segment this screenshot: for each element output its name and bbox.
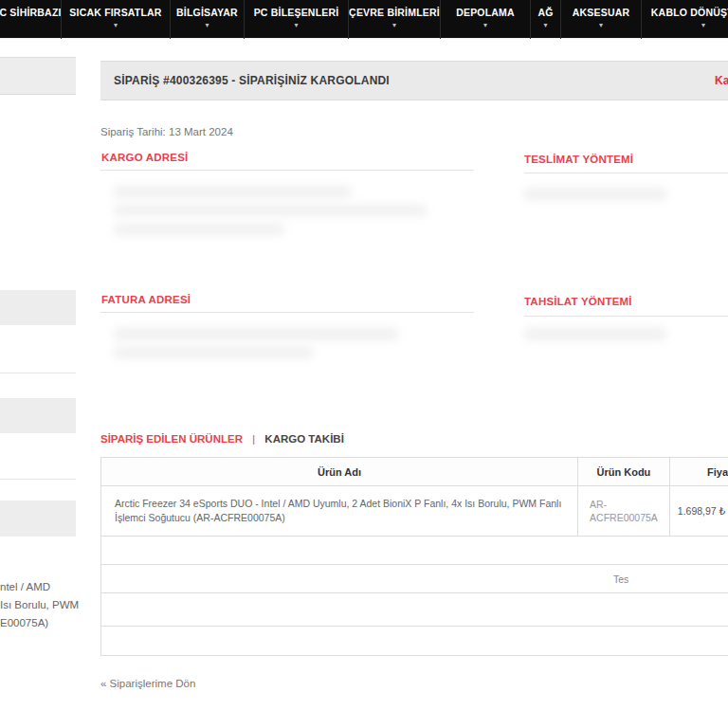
table-header-row: Ürün Adı Ürün Kodu Fiyat bbox=[101, 458, 728, 486]
shipping-address-heading: KARGO ADRESİ bbox=[101, 152, 188, 163]
table-row bbox=[101, 627, 728, 656]
chevron-down-icon: ▾ bbox=[483, 21, 487, 29]
redacted-text-blur bbox=[114, 224, 284, 235]
nav-item-label: ÇEVRE BİRİMLERİ bbox=[349, 7, 440, 18]
nav-item-label: SICAK FIRSATLAR bbox=[69, 7, 161, 18]
redacted-text-blur bbox=[114, 347, 313, 358]
tab-ordered-products[interactable]: SİPARİŞ EDİLEN ÜRÜNLER bbox=[100, 433, 243, 445]
nav-item-label: BİLGİSAYAR bbox=[176, 7, 238, 18]
chevron-down-icon: ▾ bbox=[599, 21, 603, 29]
sidebar-divider bbox=[0, 373, 76, 373]
product-code-cell: AR-ACFRE00075A bbox=[578, 486, 670, 537]
chevron-down-icon: ▾ bbox=[701, 21, 705, 29]
order-header-band: SİPARİŞ #400326395 - SİPARİŞİNİZ KARGOLA… bbox=[100, 61, 728, 100]
nav-item-label: PC BİLEŞENLERİ bbox=[254, 7, 339, 18]
sidebar-product-line: ntel / AMD bbox=[0, 578, 91, 596]
column-header-product-code: Ürün Kodu bbox=[578, 458, 670, 486]
sidebar-block bbox=[0, 500, 76, 537]
chevron-down-icon: ▾ bbox=[392, 21, 396, 29]
sidebar-block bbox=[0, 290, 76, 325]
chevron-down-icon: ▾ bbox=[294, 21, 298, 29]
sidebar-product-line: Isı Borulu, PWM bbox=[0, 596, 91, 614]
product-price-cell: 1.698,97 ₺ bbox=[669, 486, 728, 537]
nav-item-cevre-birimleri[interactable]: ÇEVRE BİRİMLERİ ▾ bbox=[349, 0, 441, 39]
nav-item-label: AKSESUAR bbox=[573, 7, 630, 18]
nav-item-bilgisayar[interactable]: BİLGİSAYAR ▾ bbox=[171, 0, 245, 39]
order-detail-page: C SİHİRBAZI SICAK FIRSATLAR ▾ BİLGİSAYAR… bbox=[0, 0, 728, 728]
chevron-down-icon: ▾ bbox=[205, 21, 209, 29]
empty-cell bbox=[101, 627, 728, 656]
totals-cell: Tes bbox=[101, 565, 728, 593]
delivery-method-heading: TESLİMAT YÖNTEMİ bbox=[524, 154, 633, 165]
table-row bbox=[101, 593, 728, 627]
nav-item-kablo-donusturucu[interactable]: KABLO DÖNÜŞTÜRÜ ▾ bbox=[642, 0, 728, 39]
redacted-text-blur bbox=[114, 186, 351, 198]
order-title: SİPARİŞ #400326395 - SİPARİŞİNİZ KARGOLA… bbox=[114, 74, 390, 87]
section-rule bbox=[524, 173, 728, 173]
nav-item-label: C SİHİRBAZI bbox=[0, 7, 62, 18]
empty-cell bbox=[101, 593, 728, 627]
sidebar-product-line: E00075A) bbox=[0, 614, 91, 632]
section-rule bbox=[100, 170, 474, 171]
empty-cell bbox=[101, 537, 728, 565]
nav-item-pc-bilesenleri[interactable]: PC BİLEŞENLERİ ▾ bbox=[245, 0, 349, 39]
chevron-down-icon: ▾ bbox=[114, 21, 118, 29]
nav-item-pc-sihirbazi[interactable]: C SİHİRBAZI bbox=[0, 0, 62, 39]
sidebar-box-header bbox=[0, 57, 76, 95]
nav-item-sicak-firsatlar[interactable]: SICAK FIRSATLAR ▾ bbox=[62, 0, 171, 39]
sidebar-product-link-partial[interactable]: ntel / AMD Isı Borulu, PWM E00075A) bbox=[0, 578, 91, 632]
column-header-price: Fiyat bbox=[669, 458, 728, 486]
redacted-text-blur bbox=[114, 328, 398, 340]
ordered-products-table: Ürün Adı Ürün Kodu Fiyat Arctic Freezer … bbox=[100, 457, 728, 656]
tab-cargo-tracking[interactable]: KARGO TAKİBİ bbox=[264, 433, 343, 445]
payment-method-heading: TAHSİLAT YÖNTEMİ bbox=[524, 296, 632, 307]
table-row bbox=[101, 537, 728, 565]
nav-item-label: KABLO DÖNÜŞTÜRÜ bbox=[651, 7, 728, 18]
order-date: Sipariş Tarihi: 13 Mart 2024 bbox=[100, 126, 233, 137]
section-rule bbox=[524, 316, 728, 317]
sidebar-divider bbox=[0, 479, 76, 480]
table-totals-row: Tes bbox=[101, 565, 728, 593]
redacted-text-blur bbox=[114, 205, 427, 216]
billing-address-heading: FATURA ADRESİ bbox=[101, 294, 191, 305]
main-nav: C SİHİRBAZI SICAK FIRSATLAR ▾ BİLGİSAYAR… bbox=[0, 0, 728, 39]
nav-item-ag[interactable]: AĞ ▾ bbox=[531, 0, 561, 39]
nav-item-label: DEPOLAMA bbox=[456, 7, 515, 18]
redacted-text-blur bbox=[524, 328, 666, 340]
column-header-product-name: Ürün Adı bbox=[101, 458, 578, 486]
totals-label-partial: Tes bbox=[613, 573, 728, 585]
table-row: Arctic Freezer 34 eSports DUO - Intel / … bbox=[101, 486, 728, 537]
order-tabs: SİPARİŞ EDİLEN ÜRÜNLER | KARGO TAKİBİ bbox=[100, 433, 344, 445]
nav-item-aksesuar[interactable]: AKSESUAR ▾ bbox=[561, 0, 642, 39]
cargo-tracking-link[interactable]: Ka bbox=[715, 74, 728, 87]
section-rule bbox=[100, 312, 474, 313]
back-to-orders-link[interactable]: « Siparişlerime Dön bbox=[100, 678, 195, 689]
nav-item-label: AĞ bbox=[537, 7, 553, 18]
product-name-cell: Arctic Freezer 34 eSports DUO - Intel / … bbox=[101, 486, 578, 537]
tab-separator: | bbox=[252, 433, 255, 445]
sidebar-block bbox=[0, 398, 76, 433]
redacted-text-blur bbox=[524, 188, 666, 200]
chevron-down-icon: ▾ bbox=[543, 21, 547, 29]
nav-item-depolama[interactable]: DEPOLAMA ▾ bbox=[441, 0, 531, 39]
